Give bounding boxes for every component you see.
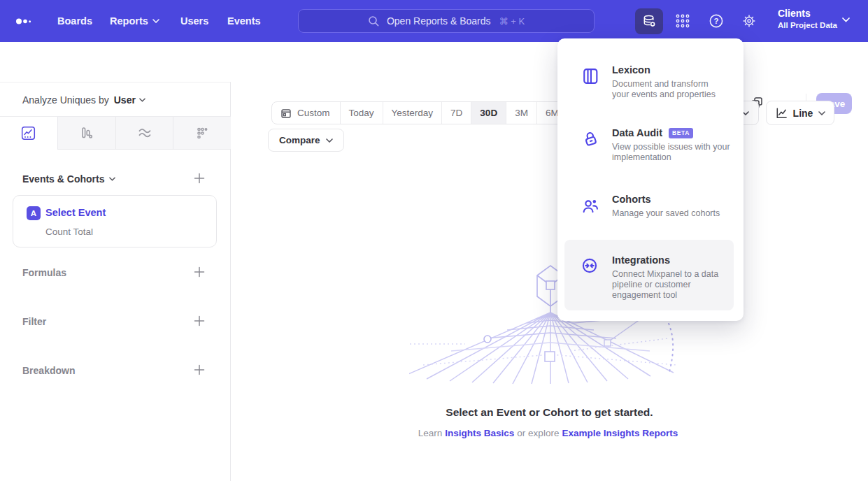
empty-state-subtitle: LearnInsights Basicsor exploreExample In… — [231, 428, 868, 438]
events-cohorts-header[interactable]: Events & Cohorts — [22, 173, 115, 185]
insights-basics-link[interactable]: Insights Basics — [445, 428, 514, 438]
help-icon: ? — [709, 13, 724, 29]
menu-item-integrations-hovered[interactable]: Integrations Connect Mixpanel to a data … — [564, 240, 734, 310]
select-event-button[interactable]: Select Event — [45, 207, 106, 218]
add-breakdown-button[interactable] — [194, 364, 206, 377]
menu-item-description: Connect Mixpanel to a data pipeline or c… — [612, 269, 725, 301]
project-scope: All Project Data — [778, 21, 837, 29]
flows-tab-icon — [137, 126, 152, 141]
chart-type-tabbar — [0, 116, 231, 150]
calendar-icon — [280, 108, 292, 119]
chevron-down-icon — [842, 17, 850, 22]
nav-events[interactable]: Events — [227, 0, 261, 42]
menu-item-title: Integrations — [612, 254, 670, 266]
search-icon — [368, 15, 380, 27]
nav-boards[interactable]: Boards — [57, 0, 92, 42]
nav-reports[interactable]: Reports — [110, 0, 159, 42]
nav-users-label: Users — [180, 15, 208, 27]
tab-insights-line[interactable] — [0, 117, 57, 150]
plus-icon — [194, 266, 205, 278]
nav-boards-label: Boards — [57, 15, 92, 27]
gear-icon — [741, 13, 757, 29]
analyze-label: Analyze Uniques by — [22, 94, 109, 106]
event-series-badge: A — [27, 206, 41, 220]
top-navigation-bar: Boards Reports Users Events Open Reports… — [0, 0, 868, 42]
nav-users[interactable]: Users — [180, 0, 208, 42]
range-3m[interactable]: 3M — [506, 102, 536, 124]
search-shortcut: ⌘ + K — [499, 16, 525, 27]
range-custom-label: Custom — [297, 108, 330, 118]
range-3m-label: 3M — [515, 108, 528, 118]
line-chart-tab-icon — [21, 126, 36, 141]
add-formula-button[interactable] — [194, 266, 206, 279]
data-management-button[interactable] — [635, 8, 663, 34]
range-today-label: Today — [349, 108, 374, 118]
date-range-segmented-control: Custom Today Yesterday 7D 30D 3M 6M — [271, 101, 568, 124]
range-yesterday-label: Yesterday — [392, 108, 434, 118]
cohorts-icon — [581, 196, 600, 215]
apps-grid-button[interactable] — [674, 13, 692, 29]
empty-state-title: Select an Event or Cohort to get started… — [231, 406, 868, 419]
help-button[interactable]: ? — [708, 13, 725, 29]
chevron-down-icon — [139, 98, 145, 102]
plus-icon — [194, 315, 205, 326]
learn-prefix: Learn — [418, 428, 443, 438]
integrations-icon — [581, 257, 600, 276]
event-row-card[interactable]: A Select Event Count Total — [13, 195, 217, 247]
section-filter: Filter — [22, 316, 46, 327]
org-name: Clients — [778, 8, 837, 19]
tab-retention[interactable] — [173, 117, 231, 150]
database-gear-icon — [641, 13, 657, 29]
nav-reports-label: Reports — [110, 15, 148, 27]
chart-type-label: Line — [793, 108, 813, 119]
settings-button[interactable] — [741, 13, 757, 29]
mixpanel-logo[interactable] — [15, 17, 33, 25]
apps-grid-icon — [675, 13, 690, 29]
count-type-selector[interactable]: Count Total — [45, 227, 93, 237]
tab-bar-chart[interactable] — [57, 117, 115, 150]
query-builder-sidebar: Analyze Uniques by User — [0, 82, 231, 481]
menu-item-description: Document and transform your events and p… — [612, 79, 724, 100]
retention-tab-icon — [195, 126, 210, 141]
menu-item-title: Data Audit — [612, 127, 662, 138]
analyze-row: Analyze Uniques by User — [22, 94, 145, 106]
menu-item-description: View possible issues with your implement… — [612, 142, 737, 163]
example-reports-link[interactable]: Example Insights Reports — [562, 428, 678, 438]
svg-text:?: ? — [713, 17, 718, 25]
analyze-entity-value: User — [114, 94, 136, 106]
add-filter-button[interactable] — [194, 315, 206, 328]
events-cohorts-label: Events & Cohorts — [22, 173, 104, 185]
add-event-button[interactable] — [194, 173, 206, 185]
chevron-down-icon — [326, 138, 333, 143]
plus-icon — [194, 364, 205, 375]
range-7d[interactable]: 7D — [441, 102, 471, 124]
data-audit-icon — [581, 129, 600, 149]
range-30d-label: 30D — [480, 108, 497, 118]
bar-chart-tab-icon — [79, 126, 94, 141]
range-6m-label: 6M — [546, 108, 559, 118]
menu-item-title: Lexicon — [612, 64, 650, 76]
menu-item-title: Cohorts — [612, 194, 651, 205]
section-breakdown: Breakdown — [22, 365, 75, 376]
range-7d-label: 7D — [450, 108, 462, 118]
section-formulas: Formulas — [22, 267, 66, 278]
chart-type-dropdown[interactable]: Line — [766, 101, 834, 125]
menu-item-description: Manage your saved cohorts — [612, 208, 737, 219]
project-selector[interactable]: Clients All Project Data — [778, 8, 837, 29]
range-today[interactable]: Today — [340, 102, 383, 124]
plus-icon — [194, 173, 205, 184]
range-30d-selected[interactable]: 30D — [471, 102, 506, 124]
chevron-down-icon — [818, 111, 825, 115]
chevron-down-icon — [109, 177, 115, 181]
data-management-dropdown: Lexicon Document and transform your even… — [557, 38, 744, 321]
analyze-entity-selector[interactable]: User — [114, 94, 145, 106]
tab-flows[interactable] — [115, 117, 173, 150]
global-search-input[interactable]: Open Reports & Boards ⌘ + K — [298, 9, 595, 33]
or-explore-text: or explore — [517, 428, 559, 438]
beta-badge: BETA — [669, 128, 693, 138]
range-yesterday[interactable]: Yesterday — [383, 102, 442, 124]
range-custom[interactable]: Custom — [272, 102, 340, 124]
lexicon-icon — [581, 66, 600, 86]
search-placeholder: Open Reports & Boards — [387, 15, 491, 27]
compare-button[interactable]: Compare — [268, 129, 344, 152]
